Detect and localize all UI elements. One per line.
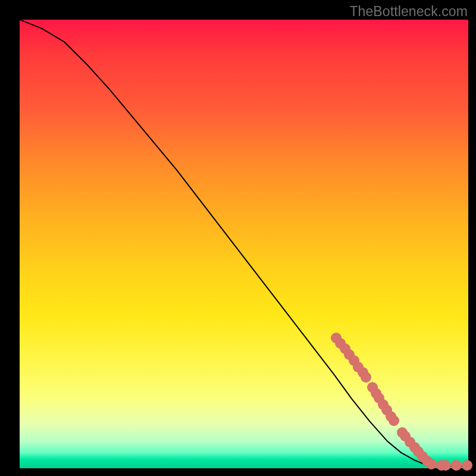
chart-frame: TheBottleneck.com <box>0 0 476 476</box>
data-point <box>426 459 437 469</box>
data-point <box>389 415 399 426</box>
watermark-text: TheBottleneck.com <box>349 4 468 20</box>
data-point <box>451 460 462 471</box>
curve-line <box>20 20 468 466</box>
curve-svg <box>20 20 468 468</box>
data-point <box>361 372 371 383</box>
plot-area <box>20 20 468 468</box>
data-point <box>440 460 451 471</box>
data-point <box>462 460 472 471</box>
